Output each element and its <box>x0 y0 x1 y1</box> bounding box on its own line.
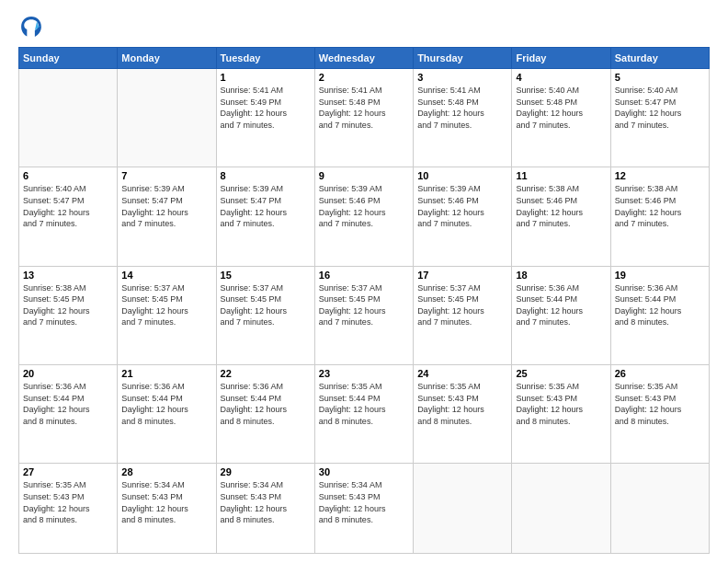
day-info: Sunrise: 5:41 AMSunset: 5:48 PMDaylight:… <box>417 85 507 131</box>
day-number: 15 <box>221 270 311 281</box>
calendar-cell: 4Sunrise: 5:40 AMSunset: 5:48 PMDaylight… <box>512 69 610 167</box>
day-info: Sunrise: 5:41 AMSunset: 5:49 PMDaylight:… <box>221 85 311 131</box>
calendar-cell: 2Sunrise: 5:41 AMSunset: 5:48 PMDaylight… <box>314 69 413 167</box>
day-info: Sunrise: 5:35 AMSunset: 5:43 PMDaylight:… <box>615 381 705 427</box>
day-number: 28 <box>121 466 211 477</box>
calendar-cell <box>512 464 610 554</box>
calendar-cell <box>118 69 216 167</box>
calendar-cell: 28Sunrise: 5:34 AMSunset: 5:43 PMDayligh… <box>118 464 216 554</box>
weekday-header: Friday <box>512 48 610 69</box>
calendar-cell: 12Sunrise: 5:38 AMSunset: 5:46 PMDayligh… <box>610 167 709 266</box>
weekday-header: Tuesday <box>216 48 314 69</box>
day-number: 19 <box>615 270 705 281</box>
calendar-cell: 18Sunrise: 5:36 AMSunset: 5:44 PMDayligh… <box>512 266 610 364</box>
day-number: 6 <box>23 170 113 181</box>
day-info: Sunrise: 5:37 AMSunset: 5:45 PMDaylight:… <box>121 282 211 328</box>
day-number: 24 <box>417 368 507 379</box>
calendar-cell: 19Sunrise: 5:36 AMSunset: 5:44 PMDayligh… <box>610 266 709 364</box>
day-info: Sunrise: 5:37 AMSunset: 5:45 PMDaylight:… <box>417 282 507 328</box>
day-info: Sunrise: 5:34 AMSunset: 5:43 PMDaylight:… <box>121 479 211 525</box>
day-info: Sunrise: 5:36 AMSunset: 5:44 PMDaylight:… <box>615 282 705 328</box>
day-number: 23 <box>319 368 409 379</box>
day-number: 13 <box>23 270 113 281</box>
day-number: 16 <box>319 270 409 281</box>
day-number: 12 <box>615 170 705 181</box>
logo <box>18 14 48 40</box>
calendar-cell <box>19 69 118 167</box>
day-info: Sunrise: 5:35 AMSunset: 5:43 PMDaylight:… <box>23 479 113 525</box>
calendar-cell: 23Sunrise: 5:35 AMSunset: 5:44 PMDayligh… <box>314 365 413 464</box>
day-number: 1 <box>221 72 311 83</box>
day-info: Sunrise: 5:40 AMSunset: 5:47 PMDaylight:… <box>615 85 705 131</box>
calendar-cell: 9Sunrise: 5:39 AMSunset: 5:46 PMDaylight… <box>314 167 413 266</box>
day-number: 21 <box>121 368 211 379</box>
calendar-week-row: 1Sunrise: 5:41 AMSunset: 5:49 PMDaylight… <box>19 69 710 167</box>
day-info: Sunrise: 5:36 AMSunset: 5:44 PMDaylight:… <box>516 282 606 328</box>
weekday-header: Saturday <box>610 48 709 69</box>
weekday-header: Thursday <box>414 48 512 69</box>
day-info: Sunrise: 5:34 AMSunset: 5:43 PMDaylight:… <box>319 479 409 525</box>
calendar-week-row: 27Sunrise: 5:35 AMSunset: 5:43 PMDayligh… <box>19 464 710 554</box>
day-number: 4 <box>516 72 606 83</box>
calendar-cell: 25Sunrise: 5:35 AMSunset: 5:43 PMDayligh… <box>512 365 610 464</box>
day-info: Sunrise: 5:35 AMSunset: 5:43 PMDaylight:… <box>516 381 606 427</box>
day-number: 5 <box>615 72 705 83</box>
day-info: Sunrise: 5:37 AMSunset: 5:45 PMDaylight:… <box>221 282 311 328</box>
header <box>18 14 710 40</box>
day-number: 30 <box>319 466 409 477</box>
calendar-cell: 27Sunrise: 5:35 AMSunset: 5:43 PMDayligh… <box>19 464 118 554</box>
day-number: 27 <box>23 466 113 477</box>
calendar-cell: 22Sunrise: 5:36 AMSunset: 5:44 PMDayligh… <box>216 365 314 464</box>
calendar-week-row: 13Sunrise: 5:38 AMSunset: 5:45 PMDayligh… <box>19 266 710 364</box>
day-info: Sunrise: 5:38 AMSunset: 5:46 PMDaylight:… <box>615 183 705 229</box>
calendar-cell: 17Sunrise: 5:37 AMSunset: 5:45 PMDayligh… <box>414 266 512 364</box>
calendar-cell: 14Sunrise: 5:37 AMSunset: 5:45 PMDayligh… <box>118 266 216 364</box>
day-info: Sunrise: 5:39 AMSunset: 5:46 PMDaylight:… <box>319 183 409 229</box>
calendar-cell: 15Sunrise: 5:37 AMSunset: 5:45 PMDayligh… <box>216 266 314 364</box>
day-info: Sunrise: 5:41 AMSunset: 5:48 PMDaylight:… <box>319 85 409 131</box>
day-info: Sunrise: 5:39 AMSunset: 5:47 PMDaylight:… <box>121 183 211 229</box>
day-number: 7 <box>121 170 211 181</box>
weekday-header: Sunday <box>19 48 118 69</box>
calendar-table: SundayMondayTuesdayWednesdayThursdayFrid… <box>18 47 710 554</box>
weekday-header: Wednesday <box>314 48 413 69</box>
day-info: Sunrise: 5:40 AMSunset: 5:47 PMDaylight:… <box>23 183 113 229</box>
day-number: 29 <box>221 466 311 477</box>
weekday-header: Monday <box>118 48 216 69</box>
day-info: Sunrise: 5:40 AMSunset: 5:48 PMDaylight:… <box>516 85 606 131</box>
day-info: Sunrise: 5:35 AMSunset: 5:43 PMDaylight:… <box>417 381 507 427</box>
calendar-cell: 16Sunrise: 5:37 AMSunset: 5:45 PMDayligh… <box>314 266 413 364</box>
calendar-cell: 13Sunrise: 5:38 AMSunset: 5:45 PMDayligh… <box>19 266 118 364</box>
day-number: 14 <box>121 270 211 281</box>
day-number: 20 <box>23 368 113 379</box>
calendar-cell: 21Sunrise: 5:36 AMSunset: 5:44 PMDayligh… <box>118 365 216 464</box>
calendar-week-row: 20Sunrise: 5:36 AMSunset: 5:44 PMDayligh… <box>19 365 710 464</box>
day-number: 2 <box>319 72 409 83</box>
day-info: Sunrise: 5:35 AMSunset: 5:44 PMDaylight:… <box>319 381 409 427</box>
day-number: 22 <box>221 368 311 379</box>
calendar-header-row: SundayMondayTuesdayWednesdayThursdayFrid… <box>19 48 710 69</box>
calendar-cell: 3Sunrise: 5:41 AMSunset: 5:48 PMDaylight… <box>414 69 512 167</box>
calendar-cell: 24Sunrise: 5:35 AMSunset: 5:43 PMDayligh… <box>414 365 512 464</box>
day-number: 11 <box>516 170 606 181</box>
day-number: 3 <box>417 72 507 83</box>
calendar-cell: 30Sunrise: 5:34 AMSunset: 5:43 PMDayligh… <box>314 464 413 554</box>
calendar-cell: 8Sunrise: 5:39 AMSunset: 5:47 PMDaylight… <box>216 167 314 266</box>
calendar-week-row: 6Sunrise: 5:40 AMSunset: 5:47 PMDaylight… <box>19 167 710 266</box>
day-number: 18 <box>516 270 606 281</box>
logo-icon <box>18 14 44 40</box>
calendar-cell: 7Sunrise: 5:39 AMSunset: 5:47 PMDaylight… <box>118 167 216 266</box>
day-number: 26 <box>615 368 705 379</box>
calendar-cell: 6Sunrise: 5:40 AMSunset: 5:47 PMDaylight… <box>19 167 118 266</box>
calendar-cell <box>610 464 709 554</box>
calendar-cell: 5Sunrise: 5:40 AMSunset: 5:47 PMDaylight… <box>610 69 709 167</box>
calendar-cell: 29Sunrise: 5:34 AMSunset: 5:43 PMDayligh… <box>216 464 314 554</box>
day-info: Sunrise: 5:38 AMSunset: 5:45 PMDaylight:… <box>23 282 113 328</box>
calendar-cell: 11Sunrise: 5:38 AMSunset: 5:46 PMDayligh… <box>512 167 610 266</box>
day-number: 25 <box>516 368 606 379</box>
calendar-cell: 10Sunrise: 5:39 AMSunset: 5:46 PMDayligh… <box>414 167 512 266</box>
day-number: 17 <box>417 270 507 281</box>
page: SundayMondayTuesdayWednesdayThursdayFrid… <box>0 0 728 563</box>
day-info: Sunrise: 5:34 AMSunset: 5:43 PMDaylight:… <box>221 479 311 525</box>
day-info: Sunrise: 5:36 AMSunset: 5:44 PMDaylight:… <box>23 381 113 427</box>
